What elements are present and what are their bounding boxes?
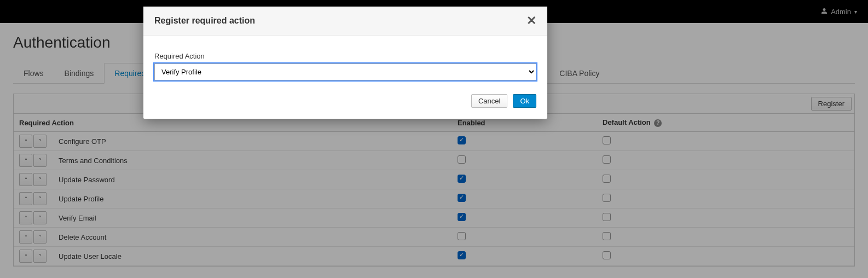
required-action-field-label: Required Action xyxy=(154,52,536,60)
modal-body: Required Action Verify Profile xyxy=(143,36,547,86)
close-icon[interactable]: ✕ xyxy=(526,15,536,27)
register-required-action-modal: Register required action ✕ Required Acti… xyxy=(143,7,547,119)
cancel-button[interactable]: Cancel xyxy=(471,94,507,108)
modal-title: Register required action xyxy=(154,16,255,26)
ok-button[interactable]: Ok xyxy=(513,94,536,108)
required-action-select[interactable]: Verify Profile xyxy=(154,63,536,80)
modal-header: Register required action ✕ xyxy=(143,7,547,36)
modal-footer: Cancel Ok xyxy=(143,86,547,119)
